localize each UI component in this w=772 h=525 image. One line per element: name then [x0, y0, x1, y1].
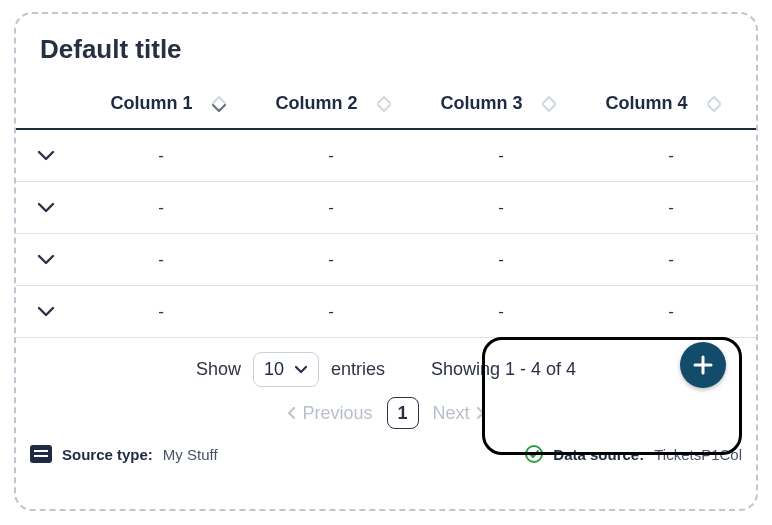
- page-size-select[interactable]: 10: [253, 352, 319, 387]
- cell: -: [246, 198, 416, 218]
- page-title: Default title: [16, 14, 756, 75]
- column-header-4-label: Column 4: [605, 93, 687, 114]
- entries-label: entries: [331, 359, 385, 380]
- cell: -: [416, 302, 586, 322]
- data-source-group: Data source: TicketsP1Col: [525, 445, 742, 463]
- table-body: - - - - - - - - - - - - -: [16, 130, 756, 338]
- column-header-3[interactable]: Column 3: [416, 93, 581, 114]
- table-header-row: Column 1 Column 2 Column 3 Column 4: [16, 75, 756, 130]
- sort-icon[interactable]: [211, 96, 227, 112]
- cell: -: [76, 302, 246, 322]
- cell: -: [416, 250, 586, 270]
- chevron-right-icon: [476, 406, 486, 420]
- cell: -: [586, 198, 756, 218]
- table-row: - - - -: [16, 234, 756, 286]
- table-row: - - - -: [16, 182, 756, 234]
- row-expander[interactable]: [16, 306, 76, 318]
- cell: -: [586, 146, 756, 166]
- sort-icon[interactable]: [706, 96, 722, 112]
- plus-icon: [691, 353, 715, 377]
- page-size-value: 10: [264, 359, 284, 380]
- column-header-2[interactable]: Column 2: [251, 93, 416, 114]
- cell: -: [246, 250, 416, 270]
- sort-icon[interactable]: [541, 96, 557, 112]
- prev-page-label: Previous: [302, 403, 372, 424]
- cell: -: [76, 250, 246, 270]
- source-type-group: Source type: My Stuff: [30, 445, 218, 463]
- row-expander[interactable]: [16, 150, 76, 162]
- next-page-label: Next: [433, 403, 470, 424]
- pager-nav-row: Previous 1 Next: [32, 397, 740, 429]
- table-footer: Show 10 entries Showing 1 - 4 of 4 Previ…: [16, 338, 756, 439]
- pager-summary-row: Show 10 entries Showing 1 - 4 of 4: [32, 352, 740, 387]
- next-page-button[interactable]: Next: [433, 403, 486, 424]
- show-label: Show: [196, 359, 241, 380]
- chevron-left-icon: [286, 406, 296, 420]
- source-type-icon: [30, 445, 52, 463]
- data-source-label: Data source:: [553, 446, 644, 463]
- row-expander[interactable]: [16, 202, 76, 214]
- showing-text: Showing 1 - 4 of 4: [431, 359, 576, 380]
- cell: -: [246, 302, 416, 322]
- table-row: - - - -: [16, 286, 756, 338]
- column-header-1-label: Column 1: [110, 93, 192, 114]
- data-source-value: TicketsP1Col: [654, 446, 742, 463]
- cell: -: [76, 146, 246, 166]
- prev-page-button[interactable]: Previous: [286, 403, 372, 424]
- row-expander[interactable]: [16, 254, 76, 266]
- add-button[interactable]: [680, 342, 726, 388]
- chevron-down-icon: [294, 365, 308, 374]
- current-page[interactable]: 1: [387, 397, 419, 429]
- source-type-label: Source type:: [62, 446, 153, 463]
- column-header-4[interactable]: Column 4: [581, 93, 746, 114]
- check-circle-icon: [525, 445, 543, 463]
- column-header-3-label: Column 3: [440, 93, 522, 114]
- cell: -: [586, 250, 756, 270]
- page-size-group: Show 10 entries: [196, 352, 385, 387]
- widget-card: Default title Column 1 Column 2 Column 3: [14, 12, 758, 511]
- cell: -: [416, 198, 586, 218]
- cell: -: [76, 198, 246, 218]
- cell: -: [586, 302, 756, 322]
- current-page-number: 1: [397, 403, 407, 424]
- sort-icon[interactable]: [376, 96, 392, 112]
- cell: -: [416, 146, 586, 166]
- column-header-2-label: Column 2: [275, 93, 357, 114]
- cell: -: [246, 146, 416, 166]
- column-header-1[interactable]: Column 1: [86, 93, 251, 114]
- status-bar: Source type: My Stuff Data source: Ticke…: [16, 439, 756, 473]
- source-type-value: My Stuff: [163, 446, 218, 463]
- table-row: - - - -: [16, 130, 756, 182]
